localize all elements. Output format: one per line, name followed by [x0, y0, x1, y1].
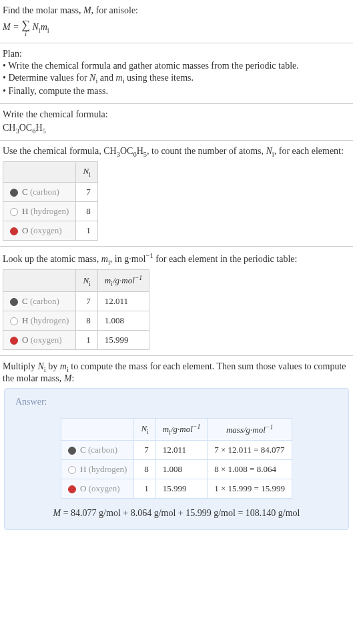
intro-text-b: , for anisole: [91, 5, 138, 15]
intro-section: Find the molar mass, M, for anisole: M =… [0, 0, 353, 43]
atom-count-heading: Use the chemical formula, CH3OC6H5, to c… [3, 146, 350, 158]
element-dot-icon [10, 317, 18, 325]
el-sym: O [22, 335, 28, 345]
mu-N: N [38, 361, 44, 371]
am-h-b: , in g·mol [110, 254, 146, 264]
el-name: (oxygen) [89, 483, 120, 493]
element-cell: H (hydrogen) [3, 311, 76, 331]
molar-mass-equation: M = ∑ i Nimi [3, 19, 350, 37]
element-cell: C (carbon) [3, 292, 76, 311]
sigma-icon: ∑ [21, 19, 30, 31]
element-dot-icon [10, 337, 18, 345]
col-ni: Ni [76, 162, 97, 183]
ni-cell: 8 [134, 460, 155, 479]
ac-h-c: , for each element: [274, 146, 344, 156]
chemical-formula: CH3OC6H5 [3, 123, 350, 135]
ans-col-N-sub: i [147, 428, 149, 435]
el-name: (oxygen) [31, 225, 62, 235]
ans-col-mass-sup: −1 [266, 423, 273, 431]
plan-bullet-3: • Finally, compute the mass. [3, 86, 350, 97]
table-row: H (hydrogen) 8 1.008 8 × 1.008 = 8.064 [61, 460, 292, 479]
element-dot-icon [10, 189, 18, 197]
acf-oc: OC [120, 146, 133, 156]
mass-cell: 8 × 1.008 = 8.064 [208, 460, 292, 479]
plan-b2-c: using these items. [125, 73, 194, 83]
col-ni-sub: i [89, 279, 91, 287]
el-sym: H [22, 206, 28, 216]
answer-label: Answer: [15, 397, 338, 407]
acf-ch: CH [103, 146, 116, 156]
plan-section: Plan: • Write the chemical formula and g… [0, 43, 353, 104]
mu-h-d: : [71, 373, 74, 383]
final-value: = 84.077 g/mol + 8.064 g/mol + 15.999 g/… [61, 508, 300, 518]
eq-sum-symbol: ∑ i [21, 19, 30, 37]
mu-h-a: Multiply [3, 361, 38, 371]
col-mi: mi/g·mol−1 [97, 270, 149, 292]
ans-col-N: N [141, 423, 147, 433]
element-dot-icon [68, 447, 76, 455]
ni-cell: 7 [134, 441, 155, 460]
ac-var-Ni: Ni [266, 146, 274, 156]
eq-Ni: Nimi [32, 22, 49, 32]
mu-h-b: by [46, 361, 60, 371]
ans-col-m-sup: −1 [193, 423, 200, 430]
atom-count-table: Ni C (carbon) 7 H (hydrogen) 8 O (oxygen… [3, 161, 98, 241]
mass-cell: 1 × 15.999 = 15.999 [208, 479, 292, 499]
mu-M: M [64, 373, 72, 383]
el-sym: O [22, 225, 28, 235]
answer-box: Answer: Ni mi/g·mol−1 mass/g·mol−1 C (ca… [4, 388, 349, 530]
element-cell: C (carbon) [3, 182, 76, 201]
cf-h: H [35, 123, 42, 133]
table-row: H (hydrogen) 8 1.008 [3, 311, 149, 331]
col-element [61, 419, 134, 441]
final-equation: M = 84.077 g/mol + 8.064 g/mol + 15.999 … [15, 508, 338, 519]
col-mi-unit: /g·mol [113, 276, 135, 286]
el-name: (carbon) [30, 296, 59, 306]
ni-cell: 1 [76, 221, 97, 240]
element-cell: O (oxygen) [61, 479, 134, 499]
intro-text-a: Find the molar mass, [3, 5, 83, 15]
col-ni: Ni [134, 419, 155, 441]
plan-b2-a: • Determine values for [3, 73, 89, 83]
mu-var-mi: mi [60, 361, 69, 371]
answer-table: Ni mi/g·mol−1 mass/g·mol−1 C (carbon) 7 … [61, 418, 292, 499]
table-row: C (carbon) 7 12.011 [3, 292, 149, 311]
element-dot-icon [10, 227, 18, 235]
multiply-section: Multiply Ni by mi to compute the mass fo… [0, 356, 353, 539]
col-mi: mi/g·mol−1 [155, 419, 207, 441]
eq-sum-index: i [21, 31, 30, 37]
am-m: m [101, 254, 108, 264]
table-row: O (oxygen) 1 [3, 221, 98, 240]
mu-var-Ni: Ni [38, 361, 46, 371]
el-name: (hydrogen) [31, 315, 69, 325]
plan-bullet-2: • Determine values for Ni and mi using t… [3, 73, 350, 85]
table-header-row: Ni [3, 162, 98, 183]
element-dot-icon [68, 466, 76, 474]
plan-bullet-1: • Write the chemical formula and gather … [3, 61, 350, 71]
el-sym: H [22, 315, 28, 325]
table-row: O (oxygen) 1 15.999 [3, 331, 149, 350]
table-row: O (oxygen) 1 15.999 1 × 15.999 = 15.999 [61, 479, 292, 499]
ni-cell: 1 [76, 331, 97, 350]
atomic-mass-heading: Look up the atomic mass, mi, in g·mol−1 … [3, 252, 350, 265]
col-ni: Ni [76, 270, 97, 292]
col-mass: mass/g·mol−1 [208, 419, 292, 441]
intro-line: Find the molar mass, M, for anisole: [3, 5, 350, 16]
el-name: (oxygen) [31, 335, 62, 345]
intro-var-M: M [83, 5, 91, 15]
ans-col-mass: mass/g·mol [226, 425, 266, 435]
eq-M: M [3, 22, 11, 32]
eq-lhs: M = [3, 22, 21, 32]
plan-heading: Plan: [3, 49, 350, 59]
el-name: (carbon) [88, 445, 117, 455]
atomic-mass-section: Look up the atomic mass, mi, in g·mol−1 … [0, 247, 353, 356]
table-header-row: Ni mi/g·mol−1 mass/g·mol−1 [61, 419, 292, 441]
ac-N: N [266, 146, 272, 156]
el-name: (hydrogen) [31, 206, 69, 216]
col-element [3, 270, 76, 292]
cf-5: 5 [43, 127, 46, 135]
eq-N: N [32, 22, 38, 32]
element-cell: C (carbon) [61, 441, 134, 460]
el-name: (hydrogen) [89, 464, 127, 474]
el-name: (carbon) [30, 187, 59, 197]
